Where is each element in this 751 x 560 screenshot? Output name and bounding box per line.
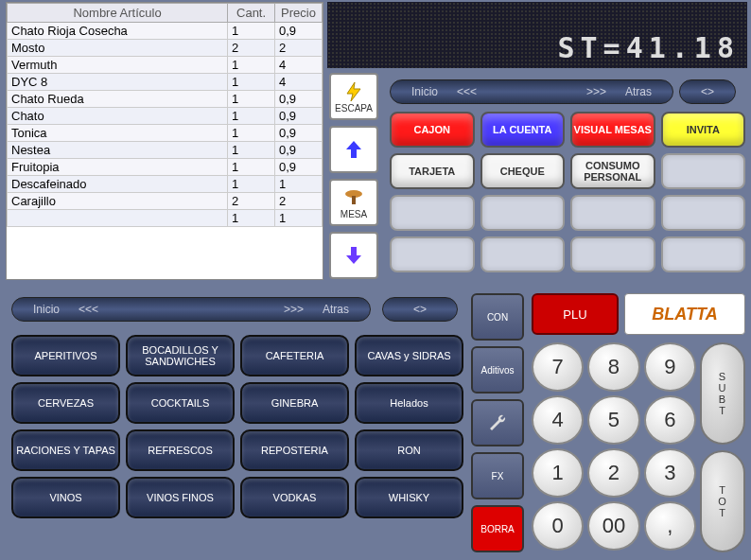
empty-slot — [570, 195, 655, 231]
table-row[interactable]: Fruitopia10,9 — [8, 159, 323, 176]
category-refrescos[interactable]: REFRESCOS — [126, 429, 235, 471]
totals-column: SUBT TOT — [700, 342, 747, 558]
category-cavas-y-sidras[interactable]: CAVAS y SIDRAS — [355, 335, 463, 376]
order-table: Nombre Artículo Cant. Precio Chato Rioja… — [6, 2, 323, 280]
nav-back-2[interactable]: <<< — [69, 303, 108, 316]
up-button[interactable] — [329, 126, 378, 173]
escapa-button[interactable]: ESCAPA — [329, 73, 378, 120]
category-grid: APERITIVOSBOCADILLOS Y SANDWICHESCAFETER… — [11, 335, 463, 518]
settings-button[interactable] — [471, 399, 524, 446]
numpad-2[interactable]: 2 — [587, 448, 639, 498]
nav-atras-2[interactable]: Atras — [313, 303, 358, 316]
numpad-9[interactable]: 9 — [644, 342, 696, 392]
arrow-up-icon — [342, 138, 365, 161]
nav-inicio-2[interactable]: Inicio — [24, 303, 69, 316]
aditivos-button[interactable]: Aditivos — [471, 346, 524, 394]
empty-slot — [390, 236, 475, 272]
numpad-1[interactable]: 1 — [532, 448, 584, 498]
nav-toggle-top[interactable]: <> — [679, 79, 736, 104]
nav-back[interactable]: <<< — [447, 85, 486, 98]
borra-button[interactable]: BORRA — [471, 505, 524, 552]
category-raciones-y-tapas[interactable]: RACIONES Y TAPAS — [11, 429, 120, 471]
table-row[interactable]: Vermuth14 — [8, 57, 323, 74]
nav-mid[interactable]: Inicio <<< >>> Atras — [11, 297, 371, 322]
payment-grid: CAJONLA CUENTAVISUAL MESASINVITATARJETAC… — [390, 112, 745, 278]
table-icon — [342, 186, 365, 209]
nav-fwd-2[interactable]: >>> — [274, 303, 313, 316]
table-row[interactable]: Nestea10,9 — [8, 142, 323, 159]
total-display: ST=41.18 — [327, 2, 747, 68]
tot-button[interactable]: TOT — [700, 450, 745, 552]
plu-button[interactable]: PLU — [532, 293, 619, 335]
table-row[interactable]: DYC 814 — [8, 74, 323, 91]
down-button[interactable] — [329, 232, 378, 279]
nav-top[interactable]: Inicio <<< >>> Atras — [390, 79, 673, 104]
category-vinos-finos[interactable]: VINOS FINOS — [126, 477, 235, 518]
nav-fwd[interactable]: >>> — [577, 85, 616, 98]
cheque-button[interactable]: CHEQUE — [480, 153, 566, 189]
logo: BLATTA — [624, 293, 745, 335]
numpad-6[interactable]: 6 — [644, 395, 696, 445]
category-ginebra[interactable]: GINEBRA — [240, 382, 349, 424]
table-row[interactable]: Descafeinado11 — [8, 176, 323, 193]
table-row[interactable]: Chato Rioja Cosecha10,9 — [8, 23, 323, 40]
empty-slot — [661, 236, 746, 272]
svg-rect-1 — [352, 196, 356, 204]
empty-slot — [570, 236, 655, 272]
category-cocktails[interactable]: COCKTAILS — [126, 382, 235, 424]
invita-button[interactable]: INVITA — [661, 112, 746, 148]
category-helados[interactable]: Helados — [355, 382, 463, 424]
numpad-5[interactable]: 5 — [587, 395, 639, 445]
table-row[interactable]: 11 — [8, 210, 323, 227]
category-bocadillos-y-sandwiches[interactable]: BOCADILLOS Y SANDWICHES — [126, 335, 235, 376]
numpad-,[interactable]: , — [644, 501, 696, 551]
lightning-icon — [342, 80, 365, 103]
table-row[interactable]: Chato10,9 — [8, 108, 323, 125]
col-price: Precio — [275, 4, 323, 23]
category-ron[interactable]: RON — [355, 429, 463, 471]
category-vodkas[interactable]: VODKAS — [240, 477, 349, 518]
numpad-0[interactable]: 0 — [532, 501, 584, 551]
mesa-button[interactable]: MESA — [329, 179, 378, 226]
numpad-3[interactable]: 3 — [644, 448, 696, 498]
table-row[interactable]: Chato Rueda10,9 — [8, 91, 323, 108]
empty-slot — [661, 153, 746, 189]
empty-slot — [390, 195, 475, 231]
nav-atras[interactable]: Atras — [616, 85, 661, 98]
col-name: Nombre Artículo — [8, 4, 228, 23]
table-row[interactable]: Carajillo22 — [8, 193, 323, 210]
category-aperitivos[interactable]: APERITIVOS — [11, 335, 120, 376]
side-controls: CON Aditivos FX BORRA — [471, 293, 528, 558]
arrow-down-icon — [342, 244, 365, 267]
subt-button[interactable]: SUBT — [700, 342, 745, 445]
tarjeta-button[interactable]: TARJETA — [390, 153, 475, 189]
wrench-icon — [486, 411, 509, 434]
nav-toggle-mid[interactable]: <> — [382, 297, 458, 322]
la-cuenta-button[interactable]: LA CUENTA — [480, 112, 566, 148]
empty-slot — [661, 195, 746, 231]
fx-button[interactable]: FX — [471, 452, 524, 499]
empty-slot — [480, 195, 566, 231]
cajon-button[interactable]: CAJON — [390, 112, 475, 148]
numpad-4[interactable]: 4 — [532, 395, 584, 445]
category-whisky[interactable]: WHISKY — [355, 477, 463, 518]
category-cervezas[interactable]: CERVEZAS — [11, 382, 120, 424]
empty-slot — [480, 236, 566, 272]
con-button[interactable]: CON — [471, 293, 524, 341]
numpad-7[interactable]: 7 — [532, 342, 584, 392]
col-qty: Cant. — [228, 4, 275, 23]
table-row[interactable]: Tonica10,9 — [8, 125, 323, 142]
consumo-personal-button[interactable]: CONSUMO PERSONAL — [570, 153, 655, 189]
icon-column: ESCAPA MESA — [329, 73, 382, 285]
category-vinos[interactable]: VINOS — [11, 477, 120, 518]
nav-inicio[interactable]: Inicio — [402, 85, 447, 98]
table-row[interactable]: Mosto22 — [8, 40, 323, 57]
numpad-00[interactable]: 00 — [587, 501, 639, 551]
category-cafeteria[interactable]: CAFETERIA — [240, 335, 349, 376]
category-reposteria[interactable]: REPOSTERIA — [240, 429, 349, 471]
numpad-8[interactable]: 8 — [587, 342, 639, 392]
visual-mesas-button[interactable]: VISUAL MESAS — [570, 112, 655, 148]
numpad: 789456123000, — [532, 342, 696, 551]
